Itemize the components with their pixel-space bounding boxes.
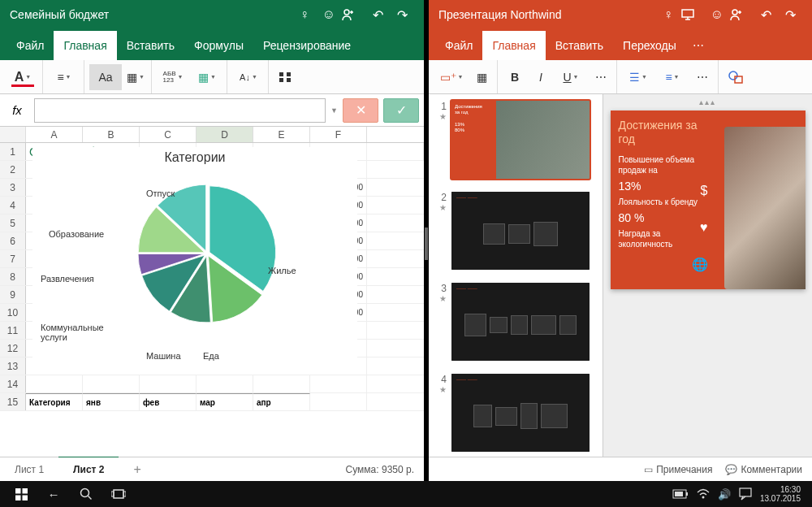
row-header[interactable]: 3 <box>0 179 26 196</box>
row-header[interactable]: 13 <box>0 358 26 375</box>
row-header[interactable]: 1 <box>0 143 26 160</box>
wifi-icon[interactable] <box>697 488 710 500</box>
row-header[interactable]: 2 <box>0 161 26 178</box>
add-sheet-button[interactable]: + <box>119 457 155 482</box>
tell-me-icon[interactable]: ♀ <box>656 7 680 22</box>
smile-icon[interactable]: ☺ <box>317 7 341 22</box>
font-color-button[interactable]: A▼ <box>6 64 39 90</box>
present-icon[interactable] <box>680 8 705 21</box>
layout-button[interactable]: ▦ <box>469 64 494 90</box>
redo-icon[interactable]: ↷ <box>778 7 802 23</box>
more-tabs[interactable]: ⋯ <box>686 31 710 60</box>
row-header[interactable]: 12 <box>0 340 26 357</box>
undo-icon[interactable]: ↶ <box>754 7 778 23</box>
undo-icon[interactable]: ↶ <box>365 7 390 23</box>
row-header[interactable]: 11 <box>0 322 26 339</box>
para-more-button[interactable]: ⋯ <box>690 64 715 90</box>
sort-filter-button[interactable]: A↓▼ <box>232 64 265 90</box>
split-divider[interactable] <box>424 0 429 481</box>
font-more-button[interactable]: ⋯ <box>589 64 613 90</box>
volume-icon[interactable]: 🔊 <box>718 488 731 500</box>
tab-insert[interactable]: Вставить <box>546 31 613 60</box>
row-header[interactable]: 10 <box>0 304 26 321</box>
bullets-button[interactable]: ☰▼ <box>622 64 654 90</box>
pie-chart[interactable]: Категории ЖильеЕдаМашинаКоммунальные усл… <box>32 147 357 375</box>
row-header[interactable]: 6 <box>0 232 26 249</box>
notes-button[interactable]: ▭ Примечания <box>644 464 712 475</box>
share-icon[interactable] <box>341 7 365 22</box>
row-header[interactable]: 8 <box>0 268 26 285</box>
search-button[interactable] <box>70 481 102 507</box>
tab-insert[interactable]: Вставить <box>117 31 184 60</box>
cell[interactable] <box>83 375 140 392</box>
cell[interactable] <box>310 393 367 410</box>
row-header[interactable]: 14 <box>0 375 26 392</box>
tab-home[interactable]: Главная <box>482 31 545 60</box>
formula-ok-button[interactable]: ✓ <box>383 98 419 123</box>
task-view-button[interactable] <box>102 481 135 507</box>
tab-file[interactable]: Файл <box>435 31 482 60</box>
redo-icon[interactable]: ↷ <box>390 7 414 23</box>
slide-thumb-2[interactable]: —— —— <box>451 192 590 270</box>
row-header[interactable]: 7 <box>0 250 26 267</box>
start-button[interactable] <box>5 481 37 507</box>
cell[interactable]: мар <box>197 393 253 410</box>
row-header[interactable]: 15 <box>0 393 26 410</box>
cell[interactable] <box>367 143 424 160</box>
case-button[interactable]: Aa <box>89 64 122 90</box>
row-header[interactable]: 5 <box>0 214 26 232</box>
col-A[interactable]: A <box>26 127 83 142</box>
cell[interactable] <box>26 375 83 392</box>
underline-button[interactable]: U▼ <box>555 64 587 90</box>
cell[interactable] <box>253 375 310 392</box>
tab-transitions[interactable]: Переходы <box>613 31 686 60</box>
formula-input[interactable] <box>34 98 326 123</box>
formula-cancel-button[interactable]: ✕ <box>343 98 378 123</box>
fx-label[interactable]: fx <box>5 103 29 117</box>
tell-me-icon[interactable]: ♀ <box>292 7 317 22</box>
tab-file[interactable]: Файл <box>6 31 54 60</box>
border-button[interactable]: ▦▼ <box>123 64 148 90</box>
clock[interactable]: 16:30 13.07.2015 <box>760 485 801 503</box>
comments-button[interactable]: 💬 Комментарии <box>725 464 802 475</box>
sheet-2[interactable]: Лист 2 <box>58 456 119 482</box>
back-button[interactable]: ← <box>37 481 70 507</box>
number-format-button[interactable]: АБВ123▼ <box>157 64 189 90</box>
select-all-corner[interactable] <box>0 127 26 142</box>
row-header[interactable]: 4 <box>0 197 26 214</box>
panel-handle[interactable]: ▴▴▴ <box>699 98 716 106</box>
current-slide[interactable]: Достижения за год Повышение объема прода… <box>611 110 806 289</box>
col-B[interactable]: B <box>83 127 140 142</box>
cell[interactable]: фев <box>140 393 197 410</box>
slide-thumb-3[interactable]: —— —— <box>451 283 590 361</box>
tab-review[interactable]: Рецензирование <box>253 31 361 60</box>
slide-thumb-4[interactable]: —— —— <box>451 374 590 452</box>
italic-button[interactable]: I <box>529 64 553 90</box>
table-button[interactable]: ▦▼ <box>191 64 223 90</box>
action-center-icon[interactable] <box>739 488 752 500</box>
bold-button[interactable]: B <box>503 64 527 90</box>
new-slide-button[interactable]: ▭⁺▼ <box>435 64 468 90</box>
cell[interactable] <box>140 375 197 392</box>
cell[interactable] <box>197 375 253 392</box>
find-button[interactable] <box>274 64 298 90</box>
shapes-button[interactable] <box>723 64 748 90</box>
sheet-1[interactable]: Лист 1 <box>0 457 58 482</box>
col-E[interactable]: E <box>253 127 310 142</box>
col-F[interactable]: F <box>310 127 367 142</box>
col-C[interactable]: C <box>140 127 197 142</box>
smile-icon[interactable]: ☺ <box>705 7 729 22</box>
align-button[interactable]: ≡▼ <box>48 64 80 90</box>
tab-home[interactable]: Главная <box>54 31 116 60</box>
spreadsheet-grid[interactable]: A B C D E F 1Семейный бюджет23200 000419… <box>0 127 424 457</box>
battery-icon[interactable] <box>672 489 689 499</box>
tab-formulas[interactable]: Формулы <box>184 31 253 60</box>
slide-thumb-1[interactable]: Достиженияза год13%80% <box>451 101 590 179</box>
cell[interactable]: апр <box>253 393 310 410</box>
slide-canvas[interactable]: ▴▴▴ Достижения за год Повышение объема п… <box>603 94 812 457</box>
col-D[interactable]: D <box>197 127 253 142</box>
cell[interactable]: Категория <box>26 393 83 410</box>
row-header[interactable]: 9 <box>0 286 26 303</box>
cell[interactable]: янв <box>83 393 140 410</box>
share-icon[interactable] <box>729 7 754 22</box>
